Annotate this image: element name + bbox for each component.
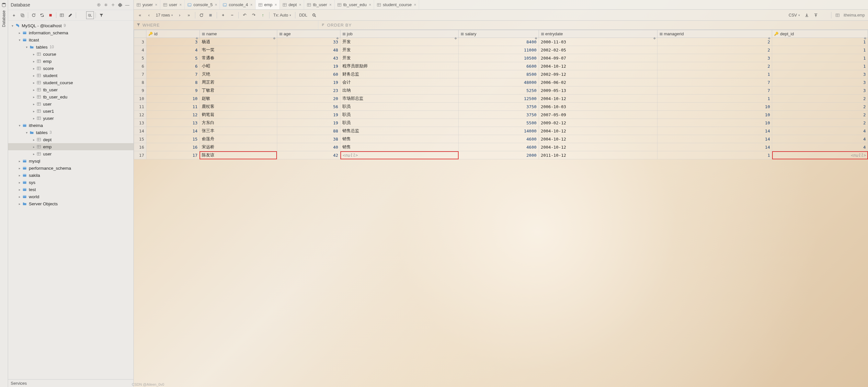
cell-managerid[interactable]: 14 [657,143,772,151]
tab-tb_user_edu[interactable]: tb_user_edu× [335,0,374,9]
tree-node-tb_user[interactable]: ▸tb_user [8,86,133,93]
cell-job[interactable]: 开发 [340,54,459,62]
table-row[interactable]: 1111鹿杖客56职员37502006-10-03102 [134,103,868,111]
sort-icon[interactable]: ◆ [535,36,537,40]
cell-id[interactable]: 17 [146,151,200,159]
cell-name[interactable]: 俞莲舟 [199,135,277,143]
cell-managerid[interactable]: 2 [657,62,772,70]
cell-entrydate[interactable]: 2004-10-12 [538,135,657,143]
close-tab-icon[interactable]: × [369,3,371,7]
cell-id[interactable]: 10 [146,95,200,103]
minimize-icon[interactable]: — [124,1,131,8]
column-header-name[interactable]: ▦ name◆ [199,30,277,38]
tree-node-itcast[interactable]: ▾itcast [8,36,133,43]
cell-dept_id[interactable]: 2 [772,95,868,103]
cell-dept_id[interactable]: 3 [772,87,868,95]
cell-entrydate[interactable]: 2004-10-12 [538,95,657,103]
table-row[interactable]: 1313方东白19职员55002009-02-12102 [134,119,868,127]
sort-icon[interactable]: ◆ [336,36,339,40]
table-row[interactable]: 1616宋远桥40销售46002004-10-12144 [134,143,868,151]
last-page-icon[interactable]: » [185,11,193,20]
cell-age[interactable]: 40 [277,143,340,151]
cell-name[interactable]: 周芷若 [199,78,277,87]
cell-id[interactable]: 7 [146,70,200,78]
tree-node-mysql[interactable]: ▸mysql [8,157,133,164]
cell-job[interactable]: 会计 [340,78,459,87]
cancel-query-icon[interactable] [206,11,215,20]
cell-job[interactable]: 市场部总监 [340,95,459,103]
cell-salary[interactable]: 14000 [459,127,538,135]
tree-node-information_schema[interactable]: ▸information_schema [8,29,133,36]
tab-user[interactable]: user× [160,0,185,9]
cell-entrydate[interactable]: 2002-09-12 [538,70,657,78]
cell-age[interactable]: 43 [277,54,340,62]
table-row[interactable]: 77灭绝60财务总监85002002-09-1213 [134,70,868,78]
sort-icon[interactable]: ◆ [653,36,656,40]
close-tab-icon[interactable]: × [275,3,277,7]
cell-job[interactable]: 销售 [340,143,459,151]
cell-managerid[interactable]: 7 [657,87,772,95]
cell-job[interactable]: 开发 [340,46,459,54]
cell-entrydate[interactable]: 2004-10-12 [538,62,657,70]
tree-node-tb_user_edu[interactable]: ▸tb_user_edu [8,93,133,100]
cell-job[interactable]: 职员 [340,111,459,119]
cell-managerid[interactable]: 7 [657,78,772,87]
tree-root[interactable]: ▾MySQL - @localhost9 [8,22,133,29]
sync-icon[interactable] [30,11,37,19]
cell-id[interactable]: 16 [146,143,200,151]
filter-icon[interactable] [97,11,105,19]
cell-job[interactable]: 出纳 [340,87,459,95]
stop-icon[interactable] [46,11,54,19]
cell-id[interactable]: 15 [146,135,200,143]
cell-salary[interactable]: 3750 [459,103,538,111]
close-tab-icon[interactable]: × [250,3,253,7]
revert-icon[interactable]: ↶ [241,11,249,20]
cell-salary[interactable]: 10500 [459,54,538,62]
cell-managerid[interactable]: 3 [657,54,772,62]
tree-node-student_course[interactable]: ▸student_course [8,79,133,86]
cell-entrydate[interactable]: 2006-06-02 [538,78,657,87]
cell-salary[interactable]: 2000 [459,151,538,159]
cell-managerid[interactable]: 2 [657,38,772,46]
cell-managerid[interactable]: 10 [657,111,772,119]
close-tab-icon[interactable]: × [414,3,416,7]
cell-name[interactable]: 赵敏 [199,95,277,103]
tree-node-tables[interactable]: ▾tables3 [8,129,133,136]
cell-job[interactable]: 销售总监 [340,127,459,135]
column-header-managerid[interactable]: ▦ managerid◆ [657,30,772,38]
sort-icon[interactable]: ◆ [273,36,276,40]
first-page-icon[interactable]: « [136,11,144,20]
edit-icon[interactable] [66,11,74,19]
tree-node-Server-Objects[interactable]: ▸Server Objects [8,200,133,207]
cell-id[interactable]: 9 [146,87,200,95]
tree-node-student[interactable]: ▸student [8,72,133,79]
rows-count-label[interactable]: 17 rows ▾ [154,13,175,18]
tree-node-score[interactable]: ▸score [8,65,133,72]
column-header-entrydate[interactable]: ▦ entrydate◆ [538,30,657,38]
table-row[interactable]: 1010赵敏20市场部总监125002004-10-1212 [134,95,868,103]
cell-id[interactable]: 13 [146,119,200,127]
tab-tb_user[interactable]: tb_user× [304,0,334,9]
cell-salary[interactable]: 6600 [459,62,538,70]
cell-job[interactable]: 销售 [340,135,459,143]
cell-name[interactable]: 杨逍 [199,38,277,46]
cell-salary[interactable]: 5500 [459,119,538,127]
cell-job[interactable]: 财务总监 [340,70,459,78]
cell-id[interactable]: 11 [146,103,200,111]
cell-id[interactable]: 12 [146,111,200,119]
cell-salary[interactable]: 12500 [459,95,538,103]
cell-name[interactable]: 丁敏君 [199,87,277,95]
tree-node-tables[interactable]: ▾tables10 [8,43,133,51]
cell-job[interactable]: 程序员鼓励师 [340,62,459,70]
cell-name[interactable]: 鹿杖客 [199,103,277,111]
add-datasource-icon[interactable]: + [10,11,18,19]
cell-salary[interactable]: 4600 [459,135,538,143]
cell-salary[interactable]: 5250 [459,87,538,95]
cell-managerid[interactable]: 1 [657,70,772,78]
prev-page-icon[interactable]: ‹ [145,11,153,20]
table-row[interactable]: 1515俞莲舟38销售46002004-10-12144 [134,135,868,143]
cell-job[interactable]: 开发 [340,38,459,46]
cell-id[interactable]: 8 [146,78,200,87]
tree-node-test[interactable]: ▸test [8,186,133,193]
target-icon[interactable] [95,1,102,8]
